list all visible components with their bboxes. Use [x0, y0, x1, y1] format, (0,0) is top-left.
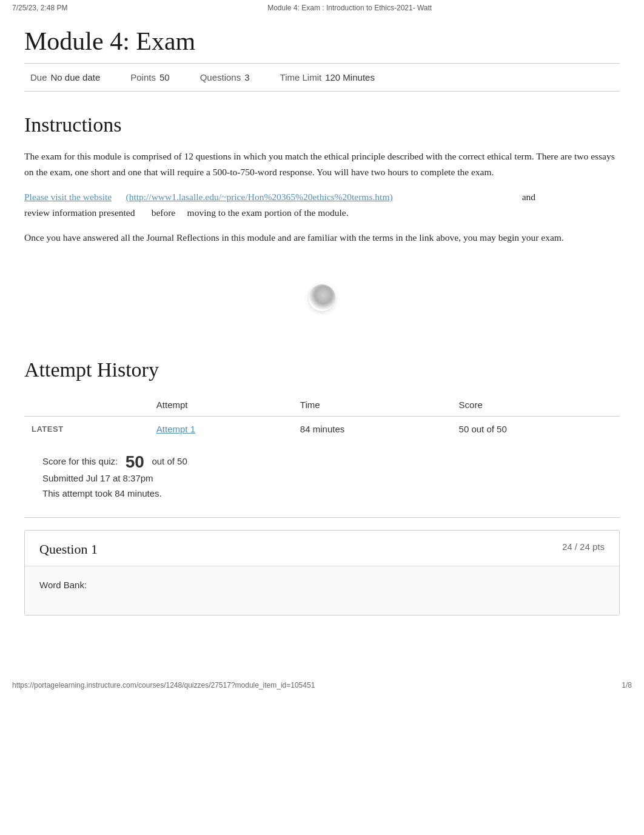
- questions-item: Questions 3: [200, 72, 280, 82]
- latest-label: LATEST: [24, 416, 149, 441]
- attempt-1-link[interactable]: Attempt 1: [156, 424, 195, 434]
- top-bar: 7/25/23, 2:48 PM Module 4: Exam : Introd…: [0, 0, 644, 16]
- meta-bar: Due No due date Points 50 Questions 3 Ti…: [24, 64, 620, 92]
- points-label: Points: [130, 72, 156, 82]
- top-bar-title: Module 4: Exam : Introduction to Ethics-…: [267, 4, 432, 12]
- page-title: Module 4: Exam: [24, 16, 620, 64]
- time-limit-label: Time Limit: [280, 72, 322, 82]
- due-label: Due: [30, 72, 47, 82]
- instructions-body: The exam for this module is comprised of…: [24, 149, 620, 246]
- table-row: LATEST Attempt 1 84 minutes 50 out of 50: [24, 416, 620, 441]
- word-bank-label: Word Bank:: [39, 580, 87, 590]
- instructions-heading: Instructions: [24, 113, 620, 136]
- duration-line: This attempt took 84 minutes.: [42, 486, 602, 501]
- para2-part1: review information presented: [24, 207, 135, 218]
- footer-page: 1/8: [622, 681, 632, 689]
- question-title-1: Question 1: [39, 542, 98, 557]
- para2-between: before: [152, 207, 176, 218]
- top-bar-time: 7/25/23, 2:48 PM: [12, 4, 67, 12]
- table-header-row: Attempt Time Score: [24, 394, 620, 417]
- time-limit-item: Time Limit 120 Minutes: [280, 72, 405, 82]
- points-item: Points 50: [130, 72, 200, 82]
- score-suffix: out of 50: [152, 456, 187, 466]
- url-link[interactable]: (http://www1.lasalle.edu/~price/Hon%2036…: [126, 192, 392, 202]
- loading-spinner: [309, 284, 335, 311]
- score-line: Score for this quiz: 50 out of 50: [42, 454, 602, 471]
- score-summary-box: Score for this quiz: 50 out of 50 Submit…: [24, 441, 620, 518]
- submitted-line: Submitted Jul 17 at 8:37pm: [42, 471, 602, 486]
- time-limit-value: 120 Minutes: [325, 72, 375, 82]
- col-blank: [24, 394, 149, 417]
- attempt-table: Attempt Time Score LATEST Attempt 1 84 m…: [24, 394, 620, 441]
- questions-label: Questions: [200, 72, 241, 82]
- question-score-1: 24 / 24 pts: [562, 542, 605, 552]
- footer-url: https://portagelearning.instructure.com/…: [12, 681, 315, 689]
- instructions-para3: Once you have answered all the Journal R…: [24, 230, 620, 246]
- due-item: Due No due date: [30, 72, 130, 82]
- instructions-para1: The exam for this module is comprised of…: [24, 149, 620, 179]
- score-big-value: 50: [126, 452, 144, 471]
- question-body-1: Word Bank:: [25, 566, 619, 615]
- col-score: Score: [452, 394, 620, 417]
- instructions-para2: Please visit the website (http://www1.la…: [24, 189, 620, 220]
- questions-value: 3: [244, 72, 249, 82]
- col-attempt: Attempt: [149, 394, 293, 417]
- col-time: Time: [293, 394, 452, 417]
- link-and: and: [522, 192, 535, 202]
- spinner-area: [24, 255, 620, 340]
- attempt-history-section: Attempt History Attempt Time Score LATES…: [24, 358, 620, 615]
- attempt-link-cell[interactable]: Attempt 1: [149, 416, 293, 441]
- attempt-time: 84 minutes: [293, 416, 452, 441]
- due-value: No due date: [51, 72, 101, 82]
- points-value: 50: [159, 72, 170, 82]
- attempt-history-heading: Attempt History: [24, 358, 620, 381]
- attempt-score: 50 out of 50: [452, 416, 620, 441]
- visit-website-link[interactable]: Please visit the website: [24, 192, 112, 202]
- question-header-1: Question 1 24 / 24 pts: [25, 531, 619, 566]
- footer-bar: https://portagelearning.instructure.com/…: [0, 676, 644, 694]
- score-label: Score for this quiz:: [42, 456, 118, 466]
- para2-part2: moving to the exam portion of the module…: [187, 207, 349, 218]
- instructions-section: Instructions The exam for this module is…: [24, 113, 620, 246]
- question-box-1: Question 1 24 / 24 pts Word Bank:: [24, 530, 620, 615]
